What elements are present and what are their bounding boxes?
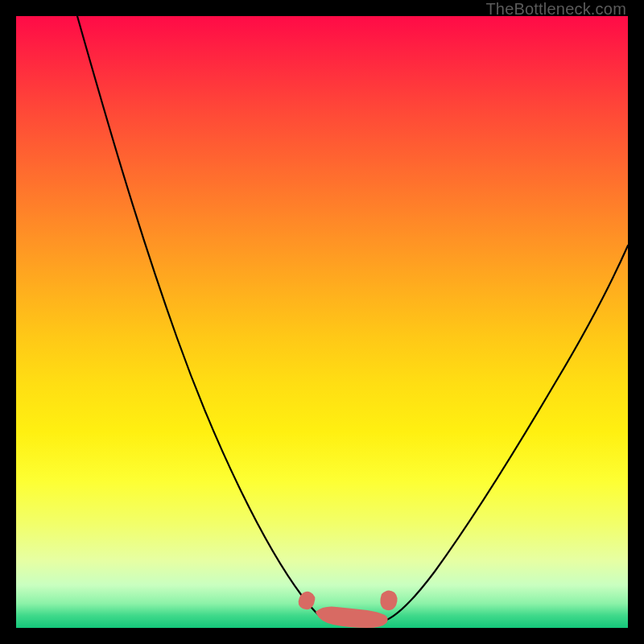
valley-marker-center	[316, 607, 388, 628]
left-branch-curve	[77, 16, 332, 621]
right-branch-curve	[382, 246, 628, 621]
plot-area	[16, 16, 628, 628]
valley-marker-right	[380, 590, 397, 610]
chart-frame: TheBottleneck.com	[0, 0, 644, 644]
curve-layer	[16, 16, 628, 628]
